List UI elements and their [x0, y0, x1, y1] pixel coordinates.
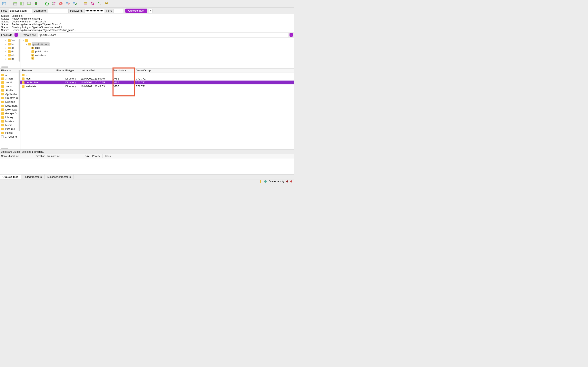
- list-item[interactable]: Google Dr: [0, 111, 20, 115]
- scrollbar-horizontal[interactable]: [1, 67, 8, 68]
- sync-browse-icon[interactable]: [33, 1, 39, 7]
- svg-rect-3: [13, 3, 17, 5]
- toggle-queue-icon[interactable]: [26, 1, 32, 7]
- queue-status: Queue: empty: [269, 180, 284, 183]
- list-item[interactable]: .config: [0, 81, 20, 84]
- tab-queued-files[interactable]: Queued files: [0, 175, 21, 179]
- remote-tree[interactable]: ▾/▾geekto5k.comlogspublic_htmlwebstats: [20, 38, 294, 68]
- message-log[interactable]: Status: Logged inStatus: Retrieving dire…: [0, 14, 294, 32]
- scrollbar-vertical[interactable]: [18, 70, 20, 131]
- table-row[interactable]: public_htmlDirectory11/05/2021 10:20:250…: [20, 81, 294, 84]
- svg-rect-0: [2, 2, 6, 5]
- search-icon[interactable]: [90, 1, 95, 7]
- list-item[interactable]: Library: [0, 115, 20, 119]
- quickconnect-history-dropdown[interactable]: [149, 9, 153, 13]
- list-item[interactable]: Applicatio: [0, 92, 20, 96]
- tab-successful-transfers[interactable]: Successful transfers: [44, 175, 73, 179]
- tree-node[interactable]: ▸bir: [0, 42, 20, 46]
- remote-file-list[interactable]: Filename Filesize Filetype Last modified…: [20, 68, 294, 150]
- col-owner[interactable]: Owner/Group: [135, 68, 153, 73]
- password-input[interactable]: [84, 9, 105, 13]
- scrollbar-horizontal[interactable]: [1, 148, 8, 149]
- filter-icon[interactable]: [51, 1, 57, 7]
- col-filesize[interactable]: Filesize: [55, 68, 64, 73]
- lock-icon: [259, 180, 262, 183]
- list-item[interactable]: Download: [0, 108, 20, 111]
- queue-process-icon[interactable]: [83, 1, 89, 7]
- list-item[interactable]: Music: [0, 123, 20, 127]
- host-label: Host:: [1, 9, 7, 12]
- svg-rect-2: [13, 2, 17, 3]
- gear-icon[interactable]: [264, 180, 267, 183]
- toggle-tree-icon[interactable]: [19, 1, 25, 7]
- tree-node[interactable]: logs: [21, 46, 294, 50]
- port-input[interactable]: [113, 9, 124, 13]
- transfer-queue[interactable]: [0, 158, 294, 174]
- tree-node[interactable]: ▸ho: [0, 57, 20, 61]
- tree-node[interactable]: public_html: [21, 50, 294, 53]
- table-row[interactable]: ..: [20, 73, 294, 77]
- col-remote-file[interactable]: Remote file: [46, 154, 81, 158]
- col-status[interactable]: Status: [103, 154, 131, 158]
- reconnect-icon[interactable]: [72, 1, 78, 7]
- listing-status: 3 files and 15 dire Selected 1 directory…: [0, 150, 294, 154]
- cancel-icon[interactable]: [58, 1, 64, 7]
- list-item[interactable]: Public: [0, 131, 20, 135]
- refresh-icon[interactable]: [44, 1, 50, 7]
- col-size[interactable]: Size: [81, 154, 91, 158]
- svg-rect-5: [20, 2, 22, 5]
- list-item[interactable]: Pictures: [0, 127, 20, 131]
- local-tree[interactable]: ▸Vo▸bir▸co▸de▸etc▸ho: [0, 38, 20, 68]
- quickconnect-button[interactable]: Quickconnect: [125, 8, 147, 13]
- file-lists: Filename▴ ...Trash.config.cups.kindleApp…: [0, 68, 294, 150]
- list-item[interactable]: .kindle: [0, 88, 20, 92]
- main-toolbar: [0, 0, 294, 8]
- table-row[interactable]: logsDirectory11/04/2021 23:54:400755772 …: [20, 77, 294, 81]
- tree-node[interactable]: ▸Vo: [0, 39, 20, 42]
- status-dot-2: [290, 180, 292, 183]
- list-item[interactable]: Movies: [0, 119, 20, 123]
- list-item[interactable]: ..: [0, 73, 20, 77]
- status-dot-1: [286, 180, 288, 183]
- site-path-bar: Local site: ▾ Remote site: ▾: [0, 32, 294, 38]
- tree-node[interactable]: ▸etc: [0, 53, 20, 57]
- scrollbar-vertical[interactable]: [18, 39, 20, 62]
- svg-rect-1: [3, 3, 4, 3]
- remote-site-dropdown[interactable]: ▾: [290, 33, 293, 37]
- list-item[interactable]: Creative C: [0, 96, 20, 100]
- col-direction[interactable]: Direction: [34, 154, 46, 158]
- disconnect-icon[interactable]: [65, 1, 71, 7]
- quickconnect-bar: Host: Username: Password: Port: Quickcon…: [0, 8, 294, 14]
- tab-failed-transfers[interactable]: Failed transfers: [21, 175, 44, 179]
- list-item[interactable]: .Trash: [0, 77, 20, 81]
- remote-site-input[interactable]: [38, 33, 288, 37]
- tree-node[interactable]: ▾geekto5k.com: [21, 42, 294, 46]
- toggle-log-icon[interactable]: [12, 1, 18, 7]
- compare-icon[interactable]: [97, 1, 103, 7]
- col-server-local[interactable]: Server/Local file: [0, 154, 34, 158]
- tree-node[interactable]: ▸co: [0, 46, 20, 50]
- local-listing-status: 3 files and 15 dire: [0, 150, 20, 154]
- tree-node[interactable]: ▸de: [0, 50, 20, 53]
- list-item[interactable]: Desktop: [0, 100, 20, 104]
- list-item[interactable]: CFUserTe: [0, 135, 20, 139]
- tree-node[interactable]: ▾/: [21, 39, 294, 42]
- list-item[interactable]: Document: [0, 104, 20, 108]
- col-modified[interactable]: Last modified: [79, 68, 112, 73]
- col-filetype[interactable]: Filetype: [64, 68, 79, 73]
- username-input[interactable]: [48, 9, 69, 13]
- local-site-dropdown[interactable]: ▾: [15, 33, 18, 37]
- table-row[interactable]: webstatsDirectory11/04/2021 23:42:530755…: [20, 84, 294, 88]
- local-site-label: Local site:: [1, 33, 13, 36]
- host-input[interactable]: [9, 9, 32, 13]
- transfer-tabs: Queued files Failed transfers Successful…: [0, 174, 294, 179]
- col-filename[interactable]: Filename: [20, 68, 55, 73]
- col-priority[interactable]: Priority: [91, 154, 103, 158]
- tree-node[interactable]: webstats: [21, 53, 294, 57]
- password-label: Password:: [70, 9, 83, 12]
- site-manager-icon[interactable]: [1, 1, 7, 7]
- local-file-list[interactable]: Filename▴ ...Trash.config.cups.kindleApp…: [0, 68, 20, 150]
- list-item[interactable]: .cups: [0, 84, 20, 88]
- find-icon[interactable]: [104, 1, 109, 7]
- col-permissions: Permissions▴: [112, 68, 135, 73]
